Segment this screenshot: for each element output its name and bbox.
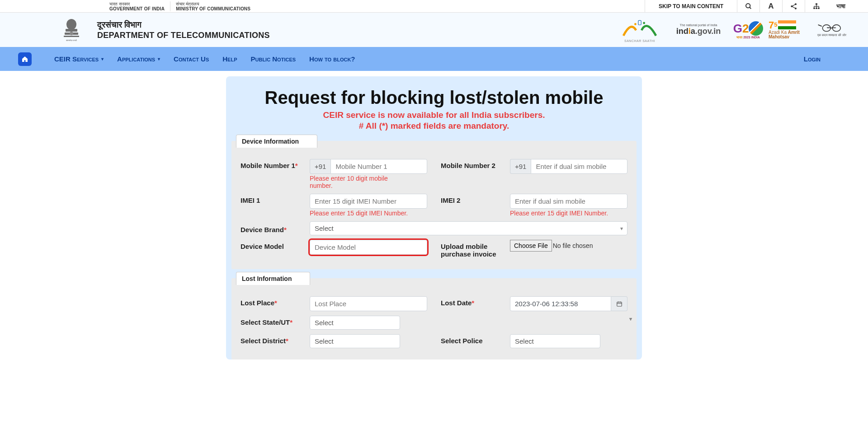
- imei-1-input[interactable]: [310, 194, 427, 209]
- svg-point-0: [746, 4, 750, 8]
- g20-logo[interactable]: G2 भारत 2023 INDIA: [728, 17, 769, 43]
- svg-line-5: [792, 5, 795, 6]
- nav-applications[interactable]: Applications▾: [110, 55, 167, 63]
- svg-rect-30: [617, 302, 622, 306]
- svg-rect-9: [816, 7, 817, 9]
- svg-rect-10: [818, 7, 819, 9]
- choose-file-button[interactable]: Choose File: [510, 240, 552, 252]
- upload-invoice-label: Upload mobile purchase invoice: [441, 240, 506, 258]
- no-file-chosen-text: No file chosen: [553, 242, 593, 249]
- chevron-down-icon: ▾: [101, 56, 104, 61]
- login-link[interactable]: Login: [804, 55, 854, 63]
- svg-rect-20: [64, 36, 79, 37]
- imei-1-error: Please enter 15 digit IMEI Number.: [310, 210, 427, 217]
- gov-hindi: भारत सरकार: [109, 1, 130, 6]
- lost-information-block: Lost Information Lost Place* Lost Date*: [231, 278, 637, 359]
- page-subtitle-2: # All (*) marked fields are mandatory.: [226, 121, 642, 131]
- g20-sub: भारत 2023 INDIA: [736, 36, 760, 39]
- svg-point-23: [643, 22, 645, 24]
- svg-point-22: [634, 23, 637, 25]
- svg-line-28: [818, 25, 821, 26]
- search-icon[interactable]: [737, 0, 760, 12]
- device-information-block: Device Information Mobile Number 1* +91 …: [231, 141, 637, 269]
- swachh-bharat-logo[interactable]: स्वच्छ भारत एक कदम स्वच्छता की ओर: [809, 17, 854, 43]
- calendar-icon[interactable]: [611, 296, 627, 311]
- home-icon[interactable]: [18, 52, 32, 66]
- ministry-eng: MINISTRY OF COMMUNICATIONS: [176, 6, 250, 11]
- lost-date-input[interactable]: [510, 296, 611, 311]
- select-state-dropdown[interactable]: Select: [310, 316, 400, 330]
- imei-2-label: IMEI 2: [441, 194, 506, 204]
- lost-info-legend: Lost Information: [236, 272, 310, 285]
- device-info-legend: Device Information: [236, 135, 317, 148]
- upload-invoice-row: Upload mobile purchase invoice Choose Fi…: [441, 240, 627, 258]
- share-icon[interactable]: [782, 0, 805, 12]
- dept-eng: DEPARTMENT OF TELECOMMUNICATIONS: [97, 31, 270, 40]
- saathi-label: SANCHAR SAATHI: [624, 39, 655, 42]
- language-selector[interactable]: भाषा: [827, 3, 854, 10]
- nav-public-notices[interactable]: Public Notices: [244, 55, 303, 63]
- page-subtitle-1: CEIR service is now available for all In…: [226, 110, 642, 120]
- azadi-amrit-logo[interactable]: 75 Azadi Ka Amrit Mahotsav: [769, 17, 809, 43]
- svg-rect-24: [638, 20, 641, 25]
- imei-2-error: Please enter 15 digit IMEI Number.: [510, 210, 627, 217]
- select-district-dropdown[interactable]: Select: [310, 334, 400, 348]
- font-size-icon[interactable]: A: [760, 0, 782, 12]
- svg-line-1: [750, 7, 751, 9]
- mobile-2-row: Mobile Number 2 +91: [441, 159, 627, 189]
- device-brand-label: Device Brand*: [241, 223, 306, 233]
- main-form-container: Request for blocking lost/stolen mobile …: [226, 76, 642, 359]
- svg-line-6: [792, 6, 795, 8]
- sitemap-icon[interactable]: [805, 0, 827, 12]
- select-district-label: Select District*: [241, 334, 306, 345]
- select-state-row: Select State/UT* Select: [241, 316, 427, 330]
- ministry-block: संचार मंत्रालय MINISTRY OF COMMUNICATION…: [170, 1, 256, 11]
- svg-text:सत्यमेव जयते: सत्यमेव जयते: [65, 39, 76, 42]
- device-model-label: Device Model: [241, 240, 306, 250]
- page-title: Request for blocking lost/stolen mobile: [226, 88, 642, 108]
- nav-how-to-block[interactable]: How to block?: [302, 55, 362, 63]
- national-emblem-icon: सत्यमेव जयते: [61, 16, 81, 43]
- mobile-1-label: Mobile Number 1*: [241, 159, 306, 169]
- chevron-down-icon: ▾: [158, 56, 160, 61]
- svg-rect-17: [66, 29, 77, 32]
- lost-place-row: Lost Place*: [241, 296, 427, 311]
- device-model-input[interactable]: [310, 240, 427, 255]
- lost-date-row: Lost Date*: [441, 296, 627, 311]
- mobile-2-input[interactable]: [531, 159, 627, 174]
- ministry-hindi: संचार मंत्रालय: [176, 1, 199, 6]
- mobile-1-input[interactable]: [330, 159, 427, 174]
- nav-contact-us[interactable]: Contact Us: [167, 55, 216, 63]
- svg-rect-8: [813, 7, 815, 9]
- imei-1-row: IMEI 1 Please enter 15 digit IMEI Number…: [241, 194, 427, 217]
- lost-date-label: Lost Date*: [441, 296, 506, 307]
- nav-ceir-services[interactable]: CEIR Services▾: [47, 55, 110, 63]
- main-navbar: CEIR Services▾ Applications▾ Contact Us …: [0, 47, 868, 71]
- lost-place-label: Lost Place*: [241, 296, 306, 307]
- mobile-1-error: Please enter 10 digit mobile number.: [310, 175, 400, 189]
- site-header: सत्यमेव जयते दूरसंचार विभाग DEPARTMENT O…: [0, 13, 868, 47]
- select-police-label: Select Police: [441, 334, 506, 345]
- swbharat-tag: एक कदम स्वच्छता की ओर: [817, 33, 847, 37]
- mobile-1-row: Mobile Number 1* +91 Please enter 10 dig…: [241, 159, 427, 189]
- svg-point-19: [70, 32, 73, 35]
- imei-2-input[interactable]: [510, 194, 627, 209]
- select-police-row: Select Police Select: [441, 334, 627, 348]
- svg-rect-7: [816, 3, 817, 5]
- dept-title: दूरसंचार विभाग DEPARTMENT OF TELECOMMUNI…: [97, 20, 270, 40]
- select-police-dropdown[interactable]: Select: [510, 334, 600, 348]
- skip-to-main-link[interactable]: SKIP TO MAIN CONTENT: [645, 0, 737, 12]
- gov-eng: GOVERNMENT OF INDIA: [109, 6, 165, 11]
- dept-hindi: दूरसंचार विभाग: [97, 20, 270, 30]
- india-gov-logo[interactable]: The national portal of India india.gov.i…: [669, 17, 728, 43]
- device-brand-select[interactable]: Select: [310, 221, 627, 235]
- svg-point-16: [66, 19, 76, 30]
- sanchar-saathi-logo[interactable]: SANCHAR SAATHI: [610, 17, 669, 43]
- nav-help[interactable]: Help: [216, 55, 244, 63]
- svg-text:स्वच्छ  भारत: स्वच्छ भारत: [826, 27, 835, 29]
- gov-labels: भारत सरकार GOVERNMENT OF INDIA संचार मंत…: [104, 1, 256, 11]
- imei-1-label: IMEI 1: [241, 194, 306, 204]
- mobile-2-prefix: +91: [510, 159, 531, 174]
- lost-place-input[interactable]: [310, 296, 427, 311]
- mobile-1-prefix: +91: [310, 159, 330, 174]
